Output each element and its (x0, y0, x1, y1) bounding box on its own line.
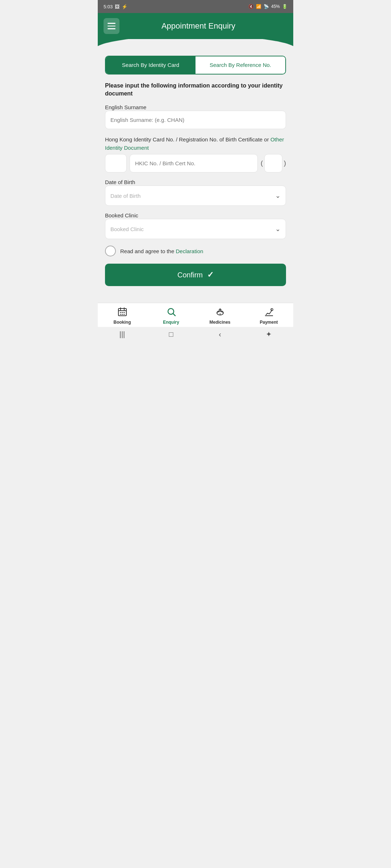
app-header: Appointment Enquiry (98, 13, 293, 39)
svg-text:$: $ (271, 309, 272, 311)
status-right: 🔇 📶 📡 45% 🔋 (248, 4, 287, 9)
dob-dropdown[interactable]: Date of Birth ⌄ (105, 186, 286, 206)
dob-chevron-icon: ⌄ (275, 192, 281, 200)
id-card-label-text: Hong Kong Identity Card No. / Registrati… (105, 136, 270, 142)
confirm-label: Confirm (177, 271, 203, 279)
tab-reference-no[interactable]: Search By Reference No. (196, 56, 285, 74)
wave-divider (98, 39, 293, 50)
page-title: Appointment Enquiry (125, 21, 272, 31)
surname-label: English Surname (105, 104, 146, 110)
sys-nav-back-button[interactable]: ‹ (213, 329, 227, 339)
id-prefix-input[interactable] (105, 154, 127, 173)
signal-icon: 📡 (264, 4, 269, 9)
hamburger-line-1 (108, 23, 115, 24)
status-bar: 5:03 🖼 ⚡ 🔇 📶 📡 45% 🔋 (98, 0, 293, 13)
svg-point-16 (218, 311, 219, 312)
clinic-placeholder: Booked Clinic (110, 226, 144, 232)
hamburger-line-3 (108, 28, 115, 29)
clinic-chevron-icon: ⌄ (275, 225, 281, 233)
id-suffix-input[interactable] (264, 154, 282, 173)
svg-point-18 (219, 314, 220, 315)
search-tabs: Search By Identity Card Search By Refere… (105, 56, 286, 75)
dob-label: Date of Birth (105, 179, 135, 185)
sys-nav-home-button[interactable]: □ (164, 329, 178, 339)
sys-nav-accessibility-button[interactable]: ✦ (262, 329, 276, 339)
confirm-check-icon: ✓ (207, 270, 214, 280)
payment-icon: $ (264, 307, 274, 318)
nav-item-medicines[interactable]: Medicines (196, 307, 244, 325)
svg-point-17 (221, 311, 222, 312)
declaration-checkbox[interactable] (105, 246, 116, 256)
wifi-icon: 📶 (256, 4, 261, 9)
close-paren: ) (284, 159, 286, 167)
booking-icon (117, 307, 127, 318)
sys-nav-recent-button[interactable]: ||| (115, 329, 130, 339)
flash-icon: ⚡ (122, 4, 127, 9)
nav-item-payment[interactable]: $ Payment (244, 307, 293, 325)
status-time: 5:03 (104, 4, 113, 9)
id-main-input[interactable] (130, 154, 258, 173)
enquiry-icon (166, 307, 176, 318)
declaration-link[interactable]: Declaration (176, 248, 203, 254)
declaration-prefix: Read and agree to the (120, 248, 176, 254)
hamburger-menu-button[interactable] (104, 18, 119, 34)
dob-placeholder: Date of Birth (110, 193, 140, 199)
declaration-row: Read and agree to the Declaration (105, 246, 286, 256)
nav-item-booking[interactable]: Booking (98, 307, 147, 325)
nav-label-booking: Booking (114, 320, 131, 325)
bottom-navigation: Booking Enquiry Medicines (98, 303, 293, 327)
nav-label-payment: Payment (260, 320, 278, 325)
clinic-label: Booked Clinic (105, 212, 138, 218)
surname-input[interactable] (105, 111, 286, 129)
nav-label-enquiry: Enquiry (163, 320, 179, 325)
status-left: 5:03 🖼 ⚡ (104, 4, 127, 9)
id-input-row: ( ) (105, 154, 286, 173)
battery-text: 45% (271, 4, 280, 9)
id-suffix-wrap: ( ) (261, 154, 286, 173)
svg-line-11 (173, 314, 175, 316)
nav-label-medicines: Medicines (209, 320, 230, 325)
confirm-button[interactable]: Confirm ✓ (105, 264, 286, 286)
system-navigation: ||| □ ‹ ✦ (98, 327, 293, 343)
battery-icon: 🔋 (282, 4, 287, 9)
nav-item-enquiry[interactable]: Enquiry (147, 307, 196, 325)
hamburger-line-2 (108, 26, 115, 27)
id-card-label: Hong Kong Identity Card No. / Registrati… (105, 136, 286, 152)
medicines-icon (215, 307, 225, 318)
main-content: Search By Identity Card Search By Refere… (98, 50, 293, 303)
tab-identity-card[interactable]: Search By Identity Card (106, 56, 196, 74)
mute-icon: 🔇 (248, 4, 254, 9)
instruction-text: Please input the following information a… (105, 82, 286, 98)
photo-icon: 🖼 (115, 4, 119, 9)
clinic-dropdown[interactable]: Booked Clinic ⌄ (105, 219, 286, 239)
declaration-text: Read and agree to the Declaration (120, 248, 203, 254)
open-paren: ( (261, 159, 263, 167)
